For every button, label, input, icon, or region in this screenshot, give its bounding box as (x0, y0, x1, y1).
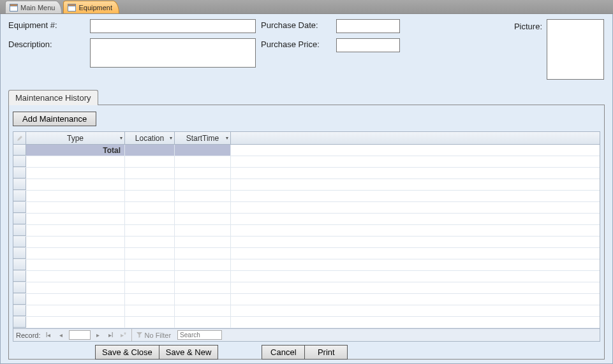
empty-row[interactable] (13, 248, 600, 259)
top-fields: Equipment #: Purchase Date: Description:… (8, 19, 605, 68)
column-header-starttime[interactable]: StartTime ▾ (175, 132, 231, 144)
subform-tabs: Maintenance History Add Maintenance Type… (8, 89, 605, 360)
dropdown-icon: ▾ (170, 135, 172, 141)
maintenance-history-panel: Add Maintenance Type ▾ Location ▾ (8, 105, 605, 360)
datasheet-header: Type ▾ Location ▾ StartTime ▾ (13, 132, 600, 145)
document-tab-bar: Main Menu Equipment (0, 0, 613, 14)
print-button[interactable]: Print (304, 345, 348, 360)
record-label: Record: (16, 331, 41, 339)
empty-row[interactable] (13, 214, 600, 225)
filter-indicator[interactable]: No Filter (131, 329, 175, 341)
row-selector[interactable] (13, 145, 26, 156)
svg-rect-3 (68, 4, 76, 6)
equipment-number-label: Equipment #: (8, 19, 85, 30)
save-close-button[interactable]: Save & Close (95, 345, 159, 360)
empty-row[interactable] (13, 294, 600, 305)
nav-prev-button[interactable]: ◂ (56, 330, 66, 340)
column-header-empty (231, 132, 600, 144)
row-selector[interactable] (13, 305, 26, 316)
pencil-icon (17, 135, 23, 142)
nav-first-button[interactable]: I◂ (43, 330, 54, 340)
empty-row[interactable] (13, 156, 600, 168)
purchase-price-input[interactable] (336, 38, 400, 52)
dropdown-icon: ▾ (120, 135, 122, 141)
tab-equipment[interactable]: Equipment (63, 1, 119, 13)
select-all-cell[interactable] (13, 132, 26, 144)
empty-row[interactable] (13, 271, 600, 282)
column-header-type[interactable]: Type ▾ (26, 132, 125, 144)
form-icon (10, 4, 18, 11)
form-action-buttons: Save & Close Save & New Cancel Print (1, 345, 612, 360)
form-icon (68, 4, 76, 11)
row-selector[interactable] (13, 317, 26, 328)
empty-row[interactable] (13, 317, 600, 328)
record-number-input[interactable] (69, 330, 91, 340)
tab-equipment-label: Equipment (78, 4, 112, 11)
search-input[interactable] (177, 330, 222, 340)
row-selector[interactable] (13, 156, 26, 167)
row-selector[interactable] (13, 282, 26, 293)
row-selector[interactable] (13, 259, 26, 270)
equipment-form-window: Main Menu Equipment Equipment #: Purchas… (0, 0, 613, 364)
row-selector[interactable] (13, 271, 26, 282)
empty-row[interactable] (13, 237, 600, 248)
row-selector[interactable] (13, 168, 26, 178)
nav-new-button[interactable]: ▸* (119, 330, 129, 340)
purchase-date-label: Purchase Date: (261, 19, 331, 30)
row-selector[interactable] (13, 179, 26, 190)
purchase-date-input[interactable] (336, 19, 400, 33)
total-location-cell (125, 145, 175, 156)
empty-row[interactable] (13, 259, 600, 271)
equipment-number-input[interactable] (90, 19, 256, 33)
nav-last-button[interactable]: ▸I (106, 330, 116, 340)
row-selector[interactable] (13, 191, 26, 201)
total-label-cell: Total (26, 145, 125, 156)
row-selector[interactable] (13, 225, 26, 236)
total-starttime-cell (175, 145, 231, 156)
maintenance-datasheet: Type ▾ Location ▾ StartTime ▾ (13, 131, 600, 342)
row-selector[interactable] (13, 202, 26, 213)
empty-row[interactable] (13, 191, 600, 202)
empty-row[interactable] (13, 202, 600, 214)
total-row: Total (13, 145, 600, 156)
record-navigator: Record: I◂ ◂ ▸ ▸I ▸* No Filter (13, 328, 600, 341)
dropdown-icon: ▾ (226, 135, 228, 141)
form-area: Equipment #: Purchase Date: Description:… (0, 14, 613, 364)
description-label: Description: (8, 38, 85, 49)
row-selector[interactable] (13, 294, 26, 305)
nav-next-button[interactable]: ▸ (93, 330, 103, 340)
empty-row[interactable] (13, 305, 600, 317)
purchase-price-label: Purchase Price: (261, 38, 331, 49)
add-maintenance-button[interactable]: Add Maintenance (13, 112, 96, 126)
tab-main-menu-label: Main Menu (20, 4, 55, 11)
column-header-location[interactable]: Location ▾ (125, 132, 175, 144)
tab-maintenance-history[interactable]: Maintenance History (8, 90, 98, 105)
row-selector[interactable] (13, 237, 26, 247)
empty-row[interactable] (13, 225, 600, 237)
picture-label: Picture: (514, 20, 542, 31)
empty-row[interactable] (13, 168, 600, 179)
tab-main-menu[interactable]: Main Menu (5, 1, 62, 13)
cancel-button[interactable]: Cancel (262, 345, 305, 360)
description-input[interactable] (90, 38, 256, 68)
empty-row[interactable] (13, 179, 600, 191)
row-selector[interactable] (13, 248, 26, 259)
svg-rect-1 (10, 4, 18, 6)
picture-box[interactable] (547, 19, 604, 80)
empty-row[interactable] (13, 282, 600, 294)
row-selector[interactable] (13, 214, 26, 224)
save-new-button[interactable]: Save & New (159, 345, 219, 360)
funnel-icon (136, 331, 143, 339)
